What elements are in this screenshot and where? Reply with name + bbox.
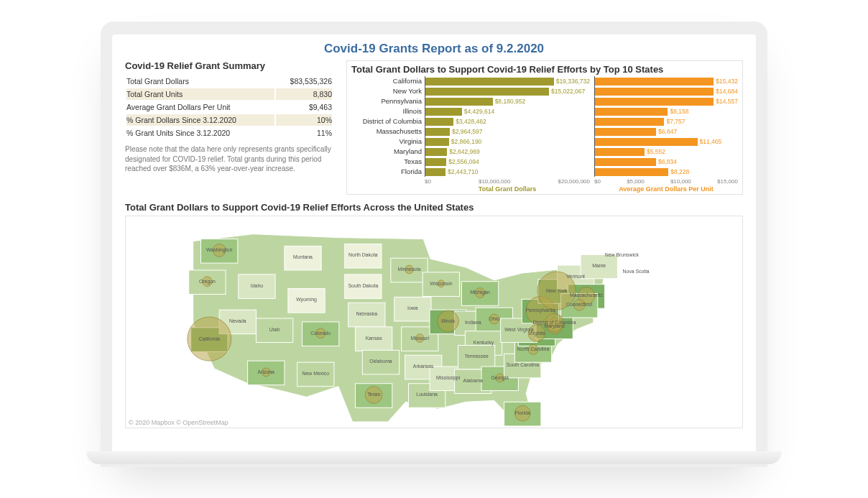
bar-row[interactable]: $11,465 xyxy=(595,137,738,147)
state-label: Tennessee xyxy=(464,354,488,359)
table-row: Average Grant Dollars Per Unit$9,463 xyxy=(126,101,332,113)
state-label: North Dakota xyxy=(348,252,378,257)
bar-value-label: $14,684 xyxy=(716,88,738,95)
state-label: Indiana xyxy=(465,320,481,325)
state-label: Connecticut xyxy=(566,302,592,307)
summary-panel: Covid-19 Relief Grant Summary Total Gran… xyxy=(125,60,333,195)
bar-row[interactable]: $8,180,952 xyxy=(425,96,590,106)
bar-value-label: $2,964,597 xyxy=(452,128,483,135)
bar-value-label: $15,432 xyxy=(716,78,738,85)
state-label: Georgia xyxy=(491,375,509,381)
bar-row[interactable]: $2,964,597 xyxy=(425,126,590,137)
state-label: Kentucky xyxy=(474,340,494,346)
bar-row[interactable]: $19,336,732 xyxy=(425,76,590,86)
bar[interactable] xyxy=(595,98,714,106)
bar-row[interactable]: $2,556,094 xyxy=(425,157,590,167)
bar-row[interactable]: $4,429,614 xyxy=(425,106,590,116)
bar-row[interactable]: $2,866,190 xyxy=(425,137,590,147)
bar[interactable] xyxy=(425,108,462,116)
bar-value-label: $2,443,710 xyxy=(448,168,479,175)
table-row: % Grant Dollars Since 3.12.202010% xyxy=(126,114,332,126)
bar-value-label: $8,228 xyxy=(670,168,689,175)
bar-row[interactable]: $15,432 xyxy=(595,76,738,86)
bar[interactable] xyxy=(425,138,449,146)
bar-value-label: $11,465 xyxy=(700,138,722,145)
usa-map[interactable]: WashingtonOregonCaliforniaNevadaIdahoMon… xyxy=(126,216,742,426)
axis-ticks-dollars: $0 $10,000,000 $20,000,000 xyxy=(425,178,590,185)
top10-bar-chart[interactable]: Total Grant Dollars to Support Covid-19 … xyxy=(346,60,743,195)
bar[interactable] xyxy=(595,88,714,96)
bar[interactable] xyxy=(425,98,493,106)
axis-label-dollars: Total Grant Dollars xyxy=(425,185,590,193)
state-label: Mississippi xyxy=(436,375,461,381)
state-label: District of Columbia xyxy=(533,320,576,325)
bar[interactable] xyxy=(425,168,445,176)
laptop-base xyxy=(86,451,782,464)
state-label: California xyxy=(199,336,220,341)
state-label: Ohio xyxy=(489,316,500,321)
bar-value-label: $2,642,969 xyxy=(449,148,480,155)
state-label: Idaho xyxy=(251,283,263,288)
state-label: Massachusetts xyxy=(570,292,604,298)
map-chart[interactable]: WashingtonOregonCaliforniaNevadaIdahoMon… xyxy=(125,216,743,428)
bar-row[interactable]: $5,552 xyxy=(595,147,738,157)
bar-row[interactable]: $2,443,710 xyxy=(425,167,590,177)
state-label: New York xyxy=(546,288,568,293)
bar-chart-avg-per-unit[interactable]: $15,432$14,684$14,557$8,158$7,757$6,847$… xyxy=(594,76,738,177)
state-label: Pennsylvania xyxy=(525,308,555,313)
bar-row[interactable]: $14,557 xyxy=(595,96,738,106)
state-label: New Brunswick xyxy=(605,252,640,257)
bar-row[interactable]: $8,158 xyxy=(595,106,738,116)
state-label: Utah xyxy=(269,327,280,332)
bar-row[interactable]: $15,022,067 xyxy=(425,86,590,96)
state-label: South Dakota xyxy=(348,283,378,288)
bar[interactable] xyxy=(595,128,656,136)
bar-row[interactable]: $3,428,462 xyxy=(425,116,590,126)
bar-value-label: $8,158 xyxy=(670,108,688,115)
bar-row[interactable]: $14,684 xyxy=(595,86,738,96)
bar-row[interactable]: $6,834 xyxy=(595,157,738,167)
bar[interactable] xyxy=(595,108,668,116)
bar-chart-total-dollars[interactable]: $19,336,732$15,022,067$8,180,952$4,429,6… xyxy=(425,76,590,177)
bar-row[interactable]: $6,847 xyxy=(595,126,738,137)
state-label: Alabama xyxy=(463,378,483,383)
state-label: Arkansas xyxy=(413,364,434,369)
bar[interactable] xyxy=(425,118,453,126)
bar[interactable] xyxy=(595,148,645,156)
axis-ticks-avg: $0 $5,000 $10,000 $15,000 xyxy=(594,178,738,185)
bar-value-label: $19,336,732 xyxy=(556,78,590,85)
bar[interactable] xyxy=(425,158,446,166)
bar-row[interactable]: $8,228 xyxy=(595,167,738,177)
bar[interactable] xyxy=(595,168,668,176)
state-label: Oklahoma xyxy=(369,359,392,364)
bar-value-label: $2,866,190 xyxy=(451,138,482,145)
bar[interactable] xyxy=(425,128,450,136)
summary-title: Covid-19 Relief Grant Summary xyxy=(125,60,333,71)
bar-value-label: $14,557 xyxy=(716,98,738,105)
bar[interactable] xyxy=(595,78,714,86)
bar-row[interactable]: $7,757 xyxy=(595,116,738,126)
state-label: Colorado xyxy=(310,331,331,336)
state-label: Nevada xyxy=(229,318,246,323)
bar[interactable] xyxy=(595,158,656,166)
bar[interactable] xyxy=(425,88,549,96)
bar[interactable] xyxy=(595,118,665,126)
state-label: Minnesota xyxy=(398,267,421,272)
state-label: West Virginia xyxy=(504,327,534,333)
bar[interactable] xyxy=(425,148,447,156)
bar[interactable] xyxy=(595,138,698,146)
map-title: Total Grant Dollars to Support Covid-19 … xyxy=(125,202,743,213)
report-title: Covid-19 Grants Report as of 9.2.2020 xyxy=(125,42,743,56)
bar-value-label: $2,556,094 xyxy=(448,158,479,165)
bar[interactable] xyxy=(425,78,554,86)
state-label: Texas xyxy=(367,392,381,397)
state-label: North Carolina xyxy=(517,346,550,351)
bar-value-label: $6,834 xyxy=(658,158,677,165)
state-label: Missouri xyxy=(410,336,429,341)
bar-value-label: $6,847 xyxy=(658,128,677,135)
state-label: South Carolina xyxy=(506,362,539,367)
bar-row[interactable]: $2,642,969 xyxy=(425,147,590,157)
laptop-frame: Covid-19 Grants Report as of 9.2.2020 Co… xyxy=(101,22,767,467)
bar-value-label: $7,757 xyxy=(666,118,685,125)
state-label: Kansas xyxy=(366,336,383,341)
